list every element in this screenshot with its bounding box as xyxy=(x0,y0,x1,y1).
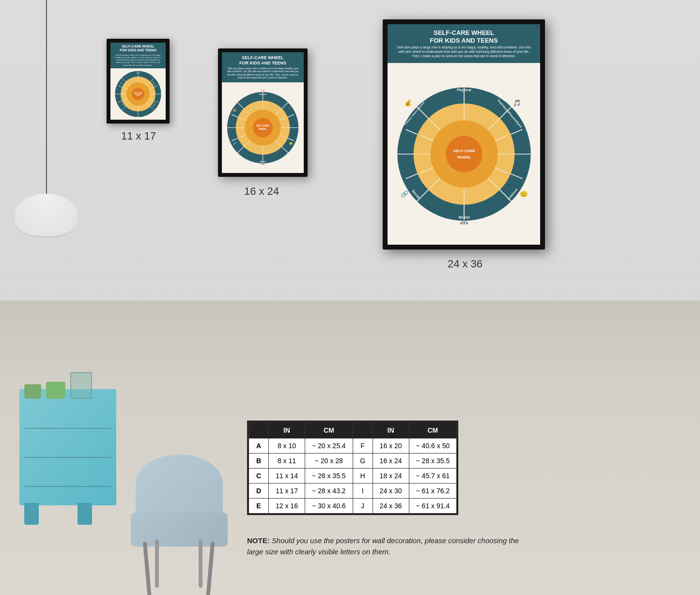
row-a-in: 8 x 10 xyxy=(269,438,305,454)
note-body: Should you use the posters for wall deco… xyxy=(247,536,519,556)
size-label-small: 11 x 17 xyxy=(105,130,172,142)
svg-text:🔗: 🔗 xyxy=(233,141,236,145)
row-j-in: 24 x 36 xyxy=(373,499,409,514)
row-h-cm: ~ 45.7 x 61 xyxy=(409,469,457,484)
poster-medium: SELF-CARE WHEEL FOR KIDS AND TEENS Self-… xyxy=(218,48,308,177)
poster-large: SELF-CARE WHEEL FOR KIDS AND TEENS Self-… xyxy=(383,19,545,250)
row-a-letter: A xyxy=(249,438,269,454)
row-a-cm: ~ 20 x 25.4 xyxy=(305,438,353,454)
poster-small-inner: SELF-CARE WHEEL FOR KIDS AND TEENS Self-… xyxy=(110,43,166,120)
svg-text:🧠: 🧠 xyxy=(460,84,469,84)
plant-group xyxy=(24,372,92,399)
wall xyxy=(0,0,700,320)
table-header-in1: IN xyxy=(269,423,305,438)
row-b-letter: B xyxy=(249,454,269,469)
row-b-cm: ~ 20 x 28 xyxy=(305,454,353,469)
chair-leg-front-right xyxy=(199,539,202,588)
row-g-cm: ~ 28 x 35.5 xyxy=(409,454,457,469)
poster-medium-header: SELF-CARE WHEEL FOR KIDS AND TEENS Self-… xyxy=(222,52,304,82)
svg-text:SELF-CARE: SELF-CARE xyxy=(134,92,142,94)
table-header-in2: IN xyxy=(373,423,409,438)
row-h-letter: H xyxy=(353,469,373,484)
svg-text:🎵: 🎵 xyxy=(513,98,521,107)
row-c-in: 11 x 14 xyxy=(269,469,305,484)
svg-text:🧠: 🧠 xyxy=(261,90,265,92)
row-f-cm: ~ 40.6 x 50 xyxy=(409,438,457,454)
poster-small-wheel: SELF-CARE WHEEL Physical Inspirational E… xyxy=(110,68,166,120)
row-b-in: 8 x 11 xyxy=(269,454,305,469)
poster-large-inner: SELF-CARE WHEEL FOR KIDS AND TEENS Self-… xyxy=(388,24,540,245)
size-label-medium: 16 x 24 xyxy=(213,185,310,198)
poster-small: SELF-CARE WHEEL FOR KIDS AND TEENS Self-… xyxy=(107,39,170,124)
svg-text:WHEEL: WHEEL xyxy=(457,155,471,159)
size-table-container: IN CM IN CM A 8 x 10 ~ 20 x 25.4 F 16 x … xyxy=(247,421,458,515)
poster-large-wheel: Physical Inspirational/Passion/Spirit Em… xyxy=(388,63,540,245)
row-c-cm: ~ 28 x 35.5 xyxy=(305,469,353,484)
svg-point-73 xyxy=(446,136,482,172)
row-h-in: 18 x 24 xyxy=(373,469,409,484)
row-d-cm: ~ 28 x 43.2 xyxy=(305,484,353,499)
poster-medium-inner: SELF-CARE WHEEL FOR KIDS AND TEENS Self-… xyxy=(222,52,304,173)
row-d-in: 11 x 17 xyxy=(269,484,305,499)
row-g-in: 16 x 24 xyxy=(373,454,409,469)
svg-text:Physical: Physical xyxy=(457,87,471,92)
dresser-legs xyxy=(24,503,39,525)
poster-small-subtext: Self-care plays a large role in helping … xyxy=(112,54,164,66)
note-container: NOTE: Should you use the posters for wal… xyxy=(247,535,528,557)
lamp-wire xyxy=(46,0,47,204)
terrarium xyxy=(70,372,92,399)
size-reference-table: IN CM IN CM A 8 x 10 ~ 20 x 25.4 F 16 x … xyxy=(249,422,457,514)
row-e-cm: ~ 30 x 40.6 xyxy=(305,499,353,514)
table-row: C 11 x 14 ~ 28 x 35.5 H 18 x 24 ~ 45.7 x… xyxy=(249,469,457,484)
svg-text:Physical: Physical xyxy=(259,93,267,95)
svg-text:🤖: 🤖 xyxy=(460,219,469,224)
table-header-empty1 xyxy=(249,423,269,438)
note-prefix: NOTE: xyxy=(247,536,270,545)
plant-2 xyxy=(46,382,65,399)
poster-small-header: SELF-CARE WHEEL FOR KIDS AND TEENS Self-… xyxy=(110,43,166,68)
table-header-cm1: CM xyxy=(305,423,353,438)
lamp-shade xyxy=(15,194,78,237)
svg-text:😊: 😊 xyxy=(520,190,528,198)
svg-text:SELF-CARE: SELF-CARE xyxy=(453,148,475,153)
row-i-in: 24 x 30 xyxy=(373,484,409,499)
poster-medium-subtext: Self-care plays a large role in helping … xyxy=(224,67,302,79)
dresser xyxy=(19,389,116,505)
poster-medium-wheel: SELF-CARE WHEEL Physical Mental 🧠 🎵 😊 🤖 … xyxy=(222,82,304,173)
row-f-letter: F xyxy=(353,438,373,454)
row-f-in: 16 x 20 xyxy=(373,438,409,454)
table-row: E 12 x 16 ~ 30 x 40.6 J 24 x 36 ~ 61 x 9… xyxy=(249,499,457,514)
svg-text:WHEEL: WHEEL xyxy=(259,128,267,130)
svg-text:🤖: 🤖 xyxy=(261,161,264,165)
row-c-letter: C xyxy=(249,469,269,484)
svg-text:WHEEL: WHEEL xyxy=(136,94,141,96)
table-row: D 11 x 17 ~ 28 x 43.2 I 24 x 30 ~ 61 x 7… xyxy=(249,484,457,499)
row-i-cm: ~ 61 x 76.2 xyxy=(409,484,457,499)
svg-text:💰: 💰 xyxy=(404,98,412,107)
svg-text:😊: 😊 xyxy=(289,141,293,145)
row-j-letter: J xyxy=(353,499,373,514)
plant-1 xyxy=(24,384,41,399)
row-j-cm: ~ 61 x 91.4 xyxy=(409,499,457,514)
table-row: A 8 x 10 ~ 20 x 25.4 F 16 x 20 ~ 40.6 x … xyxy=(249,438,457,454)
svg-text:🔗: 🔗 xyxy=(400,190,408,198)
svg-text:🎵: 🎵 xyxy=(288,106,292,110)
row-e-in: 12 x 16 xyxy=(269,499,305,514)
poster-large-header: SELF-CARE WHEEL FOR KIDS AND TEENS Self-… xyxy=(388,24,540,63)
svg-text:Mental: Mental xyxy=(136,116,140,117)
row-d-letter: D xyxy=(249,484,269,499)
svg-text:SELF-CARE: SELF-CARE xyxy=(256,125,269,127)
size-label-large: 24 x 36 xyxy=(378,258,552,270)
row-e-letter: E xyxy=(249,499,269,514)
row-i-letter: I xyxy=(353,484,373,499)
svg-text:Physical: Physical xyxy=(136,72,140,73)
table-header-empty2 xyxy=(353,423,373,438)
row-g-letter: G xyxy=(353,454,373,469)
poster-large-subtext: Self-care plays a large role in helping … xyxy=(391,45,536,58)
chair-leg-front-left xyxy=(155,539,159,588)
table-row: B 8 x 11 ~ 20 x 28 G 16 x 24 ~ 28 x 35.5 xyxy=(249,454,457,469)
table-header-cm2: CM xyxy=(409,423,457,438)
svg-text:💰: 💰 xyxy=(233,108,236,111)
